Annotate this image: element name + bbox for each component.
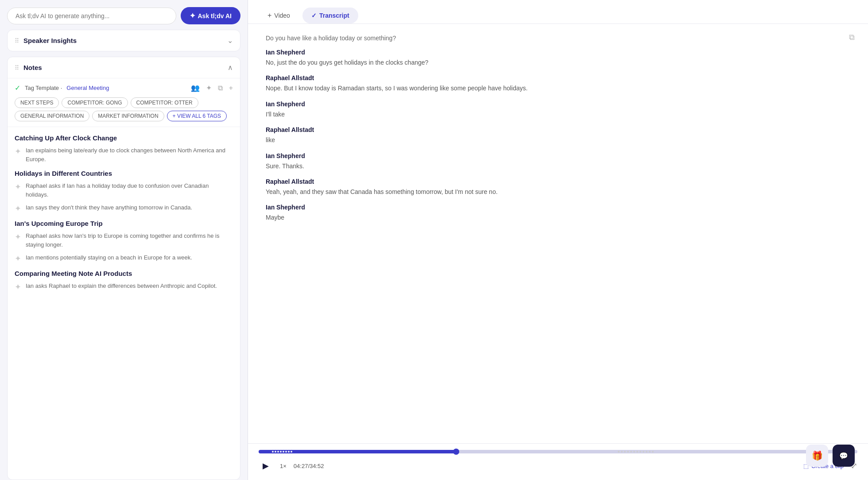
speaker-text: Maybe [266,213,850,222]
waveform-right [618,451,654,453]
tag-badge[interactable]: COMPETITOR: OTTER [131,97,198,108]
add-icon[interactable]: + [229,84,233,92]
speaker-text: I'll take [266,109,850,119]
transcript-line: Ian Shepherd Maybe [266,204,850,222]
speaker-text: Sure. Thanks. [266,161,850,171]
speaker-name: Raphael Allstadt [266,74,850,81]
notes-card: ⠿ Notes ∧ ✓ Tag Template · General Meeti… [7,57,240,480]
note-bullet-icon: ✦ [15,254,21,263]
speaker-text: Nope. But I know today is Ramadan starts… [266,83,850,93]
note-text: Ian mentions potentially staying on a be… [26,253,192,262]
speaker-insights-header-left: ⠿ Speaker Insights [15,37,77,44]
tag-template-link[interactable]: General Meeting [66,85,109,91]
notes-content: Catching Up After Clock Change✦Ian expla… [8,127,240,480]
speaker-text: like [266,135,850,145]
speaker-name: Ian Shepherd [266,49,850,56]
magic-icon[interactable]: ✦ [206,84,212,92]
tag-badge[interactable]: NEXT STEPS [15,97,59,108]
play-button[interactable]: ▶ [259,459,273,473]
note-section-title: Catching Up After Clock Change [15,134,233,142]
progress-track[interactable] [259,450,857,453]
left-panel: ✦ Ask tl;dv AI ⠿ Speaker Insights ⌄ ⠿ No… [0,0,248,480]
speaker-name: Raphael Allstadt [266,178,850,185]
notes-header-left: ⠿ Notes [15,64,42,71]
tags-row: NEXT STEPSCOMPETITOR: GONGCOMPETITOR: OT… [15,97,233,121]
current-time: 04:27 [294,463,308,469]
note-item: ✦Raphael asks if Ian has a holiday today… [15,182,233,199]
tag-badge[interactable]: COMPETITOR: GONG [62,97,128,108]
speaker-text: No, just the do you guys get holidays in… [266,58,850,67]
note-item: ✦Ian asks Raphael to explain the differe… [15,282,233,292]
note-item: ✦Ian mentions potentially staying on a b… [15,253,233,263]
note-bullet-icon: ✦ [15,282,21,292]
tag-badge[interactable]: + VIEW ALL 6 TAGS [167,111,227,121]
tab-transcript[interactable]: ✓ Transcript [302,8,358,23]
transcript-line: Raphael Allstadt Nope. But I know today … [266,74,850,93]
notes-drag-icon: ⠿ [15,64,19,71]
search-row: ✦ Ask tl;dv AI [7,7,240,24]
transcript-line: Do you have like a holiday today or some… [266,35,850,42]
tag-template-row: ✓ Tag Template · General Meeting 👥 ✦ ⧉ + [15,84,233,92]
notes-toolbar: ✓ Tag Template · General Meeting 👥 ✦ ⧉ +… [8,78,240,127]
transcript-question: Do you have like a holiday today or some… [266,35,850,42]
tab-bar: + Video ✓ Transcript [248,0,868,24]
tag-badge[interactable]: GENERAL INFORMATION [15,111,89,121]
note-text: Ian says they don't think they have anyt… [26,203,192,212]
gift-button[interactable]: 🎁 [806,445,828,467]
speaker-name: Ian Shepherd [266,152,850,159]
note-section-title: Comparing Meeting Note AI Products [15,270,233,277]
note-item: ✦Ian explains being late/early due to cl… [15,146,233,163]
speaker-name: Ian Shepherd [266,101,850,108]
toolbar-icons: 👥 ✦ ⧉ + [191,84,233,92]
search-input[interactable] [16,12,168,19]
time-display: 04:27/34:52 [294,463,324,469]
tab-video[interactable]: + Video [259,7,299,24]
notes-header: ⠿ Notes ∧ [8,57,240,78]
note-section-title: Holidays in Different Countries [15,170,233,177]
green-check-icon: ✓ [15,84,20,92]
search-wrapper[interactable] [7,8,176,24]
speaker-insights-card: ⠿ Speaker Insights ⌄ [7,30,240,51]
tab-video-label: Video [274,12,290,19]
check-icon: ✓ [311,12,317,19]
speed-badge[interactable]: 1× [280,463,287,469]
notes-chevron-up-icon[interactable]: ∧ [228,63,233,72]
transcript-line: Ian Shepherd I'll take [266,101,850,119]
copy-transcript-icon[interactable]: ⧉ [849,33,855,42]
gift-icon: 🎁 [812,450,823,461]
tag-template-prefix: Tag Template · [25,85,62,91]
note-text: Ian asks Raphael to explain the differen… [26,282,217,290]
note-bullet-icon: ✦ [15,232,21,242]
transcript-line: Raphael Allstadt like [266,126,850,145]
ask-tldv-button[interactable]: ✦ Ask tl;dv AI [181,7,241,24]
speaker-text: Yeah, yeah, and they saw that Canada has… [266,187,850,197]
note-item: ✦Raphael asks how Ian's trip to Europe i… [15,232,233,249]
transcript-line: Ian Shepherd Sure. Thanks. [266,152,850,171]
chat-button[interactable]: 💬 [833,445,855,467]
total-time: 34:52 [310,463,324,469]
chevron-down-icon[interactable]: ⌄ [227,36,233,45]
note-section-title: Ian's Upcoming Europe Trip [15,220,233,227]
speaker-name: Ian Shepherd [266,204,850,211]
tag-badge[interactable]: MARKET INFORMATION [92,111,164,121]
player-bar: ▶ 1× 04:27/34:52 ⬚ Create a clip ⤢ [248,443,868,480]
people-icon[interactable]: 👥 [191,84,200,92]
transcript-line: Raphael Allstadt Yeah, yeah, and they sa… [266,178,850,197]
speaker-insights-header[interactable]: ⠿ Speaker Insights ⌄ [8,30,240,51]
note-text: Raphael asks if Ian has a holiday today … [26,182,233,199]
note-bullet-icon: ✦ [15,182,21,192]
floating-buttons: 🎁 💬 [806,445,855,467]
player-controls: ▶ 1× 04:27/34:52 ⬚ Create a clip ⤢ [259,453,857,480]
drag-icon: ⠿ [15,37,19,44]
right-panel: + Video ✓ Transcript ⧉ Do you have like … [248,0,868,480]
notes-title: Notes [23,64,42,71]
speaker-insights-title: Speaker Insights [23,37,77,44]
speaker-name: Raphael Allstadt [266,126,850,133]
note-item: ✦Ian says they don't think they have any… [15,203,233,213]
chat-icon: 💬 [839,452,848,460]
copy-icon[interactable]: ⧉ [218,84,223,92]
ask-btn-label: Ask tl;dv AI [198,12,232,19]
note-text: Raphael asks how Ian's trip to Europe is… [26,232,233,249]
note-bullet-icon: ✦ [15,204,21,213]
progress-thumb[interactable] [453,449,459,455]
